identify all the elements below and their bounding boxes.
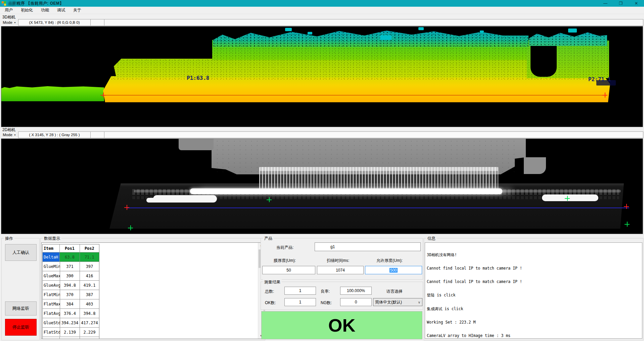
- 3d-camera-toolbar: Mode ▼ (X 5473, Y 84) : (R 0,G 0,B 0): [1, 19, 643, 26]
- 3d-status-cell: [91, 19, 104, 26]
- title-bar[interactable]: 点胶 程序 【当前用户: OEM】 — ❐ ✕: [0, 0, 644, 7]
- 2d-connector-top: [259, 167, 498, 171]
- 2d-glow-strip: [190, 188, 502, 194]
- crosshair-marker-red-right: [624, 204, 629, 209]
- allow-thickness-input[interactable]: 500: [365, 266, 422, 274]
- 3d-noise-overlay: [102, 29, 609, 79]
- data-display-panel: 数据显示 Item Pos1 Pos2 DeltaH 63.8 71.1 Glu…: [40, 238, 265, 340]
- crosshair-marker-green: [128, 225, 133, 230]
- 2d-pcb-tab: [179, 139, 214, 150]
- combobox-chevron-icon: ∨: [418, 300, 420, 304]
- table-row[interactable]: GlueMax 390 416: [43, 271, 99, 281]
- yield-value-field[interactable]: 100.000%: [340, 287, 372, 295]
- app-icon: [1, 1, 6, 6]
- 2d-camera-toolbar: Mode ▼ ( X 3145, Y 28 ) : ( Gray 255 ): [1, 131, 643, 138]
- yield-label: 良率:: [321, 289, 330, 294]
- 2d-glue-blob-right: [542, 194, 598, 201]
- info-panel: 信息 3D相机没有网络! Cannot find local IP to mat…: [424, 238, 643, 340]
- table-row[interactable]: GlueAvg 394.8 419.1: [43, 281, 99, 290]
- crosshair-marker-red-left: [124, 205, 129, 210]
- film-thickness-input[interactable]: 50: [262, 266, 315, 274]
- measurement-table: Item Pos1 Pos2 DeltaH 63.8 71.1 GlueMin …: [42, 244, 99, 339]
- 2d-cursor-status: ( X 3145, Y 28 ) : ( Gray 255 ): [18, 131, 91, 138]
- table-row[interactable]: X 2503.5 7966.7: [43, 337, 99, 339]
- selected-text: 500: [389, 268, 398, 273]
- total-label: 总数:: [265, 289, 274, 294]
- data-grid-area: Item Pos1 Pos2 DeltaH 63.8 71.1 GlueMin …: [41, 242, 264, 339]
- menu-item-about[interactable]: 关于: [69, 6, 85, 14]
- network-listen-button[interactable]: 网络监听: [5, 301, 37, 316]
- current-product-input[interactable]: g1: [315, 242, 421, 251]
- 2d-glue-blob-left2: [146, 198, 160, 203]
- menu-item-user[interactable]: 用户: [1, 6, 17, 14]
- minimize-button[interactable]: —: [598, 0, 613, 7]
- crosshair-marker-green: [625, 222, 630, 227]
- 3d-camera-view[interactable]: P1:63.8 P2:71.1: [1, 26, 643, 127]
- 2d-pcb-hook: [524, 157, 546, 174]
- crosshair-marker-green: [565, 196, 570, 201]
- log-line: Cannot find local IP to match camera IP …: [427, 266, 640, 271]
- allow-thickness-label: 允许厚度(Um):: [376, 258, 403, 264]
- ng-count-label: NG数:: [321, 300, 332, 306]
- table-row[interactable]: GlueStd 394.234 417.274: [43, 318, 99, 328]
- close-button[interactable]: ✕: [629, 0, 644, 7]
- app-window: 点胶 程序 【当前用户: OEM】 — ❐ ✕ 用户 初始化 功能 调试 关于 …: [0, 0, 644, 341]
- result-status-box: OK: [261, 311, 422, 339]
- 2d-laser-line: [127, 208, 629, 208]
- 2d-mode-dropdown[interactable]: Mode ▼: [1, 131, 18, 138]
- window-title-redacted: 点胶: [8, 1, 16, 6]
- total-value-field[interactable]: 1: [284, 287, 316, 295]
- results-panel-label: 测量结果: [263, 279, 282, 285]
- 3d-status-fill: [104, 19, 643, 26]
- crosshair-marker-green: [267, 197, 272, 202]
- p2-measure-label: P2:71.1: [588, 76, 611, 82]
- info-panel-label: 信息: [426, 236, 437, 241]
- maximize-button[interactable]: ❐: [613, 0, 629, 7]
- 3d-debris: [285, 28, 292, 31]
- scan-time-label: 扫描时间ms:: [327, 258, 349, 264]
- stop-listen-button[interactable]: 停止监听: [5, 319, 37, 336]
- operation-panel: 操作 人工确认 网络监听 停止监听: [1, 238, 40, 340]
- 3d-mode-dropdown[interactable]: Mode ▼: [1, 19, 18, 26]
- ok-count-label: OK数:: [265, 300, 276, 306]
- 2d-camera-view[interactable]: [1, 138, 643, 234]
- table-row[interactable]: GlueMin 371 397: [43, 262, 99, 271]
- table-row[interactable]: FlatStd 2.139 2.229: [43, 328, 99, 337]
- results-panel: 测量结果 总数: 1 良率: 100.000% 语言选择 OK数: 1 NG数:…: [261, 282, 423, 310]
- 3d-debris: [380, 35, 392, 40]
- menu-item-debug[interactable]: 调试: [53, 6, 69, 14]
- log-area[interactable]: 3D相机没有网络! Cannot find local IP to match …: [425, 242, 642, 339]
- table-row[interactable]: DeltaH 63.8 71.1: [43, 252, 99, 262]
- ok-count-field[interactable]: 1: [284, 298, 316, 306]
- ng-count-field[interactable]: 0: [340, 298, 372, 306]
- 3d-debris: [308, 32, 312, 35]
- log-line: CameraLV array to HImage time : 3 ms: [427, 334, 640, 338]
- table-row[interactable]: FlatAvg 376.4 394.8: [43, 309, 99, 318]
- log-line: 3D相机没有网络!: [427, 253, 640, 257]
- 2d-status-cell: [91, 131, 104, 138]
- dropdown-arrow-icon: ▼: [14, 21, 16, 24]
- table-header: Item Pos1 Pos2: [43, 244, 99, 252]
- language-select-label: 语言选择: [386, 289, 403, 294]
- current-product-label: 当前产品:: [276, 245, 293, 250]
- 3d-debris: [480, 31, 484, 33]
- menu-item-function[interactable]: 功能: [37, 6, 53, 14]
- 2d-glue-blob-left: [153, 195, 217, 203]
- scan-time-input[interactable]: 1074: [317, 266, 364, 274]
- table-row[interactable]: FlatMin 370 387: [43, 290, 99, 299]
- language-combobox[interactable]: 简体中文(默认) ∨: [373, 298, 422, 306]
- table-row[interactable]: FlatMax 384 403: [43, 299, 99, 309]
- dropdown-arrow-icon: ▼: [14, 134, 16, 136]
- product-panel-label: 产品: [263, 236, 274, 241]
- log-line: Working Set : 223.2 M: [427, 320, 640, 325]
- 2d-status-fill: [104, 131, 643, 138]
- 3d-profile-line: [104, 95, 605, 96]
- film-thickness-label: 膜厚度(Um):: [274, 258, 296, 264]
- log-line: Cannot find local IP to match camera IP …: [427, 280, 640, 284]
- 3d-debris: [568, 29, 577, 33]
- 3d-cursor-status: (X 5473, Y 84) : (R 0,G 0,B 0): [18, 19, 91, 26]
- crosshair-marker-red-right: [602, 93, 607, 98]
- manual-confirm-button[interactable]: 人工确认: [5, 244, 37, 261]
- menu-item-init[interactable]: 初始化: [17, 6, 37, 14]
- 3d-debris: [418, 27, 424, 30]
